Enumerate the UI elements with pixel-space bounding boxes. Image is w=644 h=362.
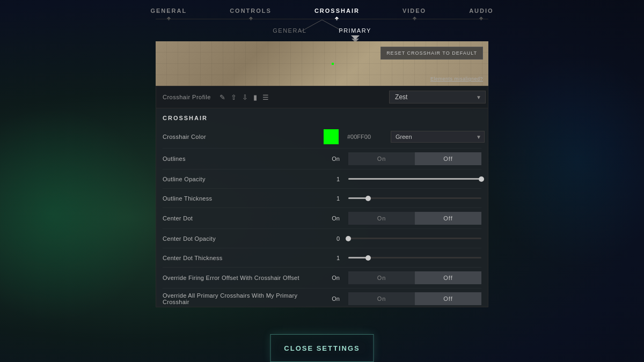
center-dot-opacity-slider[interactable] xyxy=(348,233,481,244)
center-dot-on-label: On xyxy=(324,215,340,221)
center-dot-toggle-group: On Off xyxy=(348,212,481,225)
settings-content: CROSSHAIR Crosshair Color #00FF00 Green … xyxy=(156,108,488,307)
crosshair-preview-dot xyxy=(332,63,334,65)
profile-icon-upload[interactable]: ⇧ xyxy=(231,93,237,101)
outlines-toggle-group: On Off xyxy=(348,152,481,165)
crosshair-section-header: CROSSHAIR xyxy=(163,108,481,125)
firing-error-offset-on-label: On xyxy=(324,275,340,281)
outline-thickness-label: Outline Thickness xyxy=(163,195,324,202)
bg-glow-left xyxy=(0,107,161,322)
override-primary-label: Override All Primary Crosshairs With My … xyxy=(163,292,324,305)
elements-misaligned-link[interactable]: Elements misaligned? xyxy=(430,76,483,82)
close-settings-button[interactable]: CLOSE SETTINGS xyxy=(270,334,374,362)
reset-crosshair-button[interactable]: RESET CROSSHAIR TO DEFAULT xyxy=(380,47,483,60)
override-primary-on-label: On xyxy=(324,295,340,302)
profile-select-wrapper: Zest Default Custom 1 Custom 2 ▼ xyxy=(389,91,481,104)
setting-row-center-dot: Center Dot On On Off xyxy=(163,208,481,229)
setting-row-crosshair-color: Crosshair Color #00FF00 Green Red White … xyxy=(163,125,481,149)
setting-row-center-dot-opacity: Center Dot Opacity 0 xyxy=(163,229,481,248)
outline-thickness-value: 1 xyxy=(324,195,340,202)
nav-item-general[interactable]: GENERAL xyxy=(150,8,187,20)
center-dot-label: Center Dot xyxy=(163,215,324,221)
firing-error-toggle-off[interactable]: Off xyxy=(415,271,481,284)
setting-row-center-dot-thickness: Center Dot Thickness 1 xyxy=(163,248,481,268)
center-dot-thickness-slider[interactable] xyxy=(348,253,481,263)
setting-row-outlines: Outlines On On Off xyxy=(163,149,481,169)
override-primary-controls: On On Off xyxy=(324,292,481,305)
setting-row-outline-thickness: Outline Thickness 1 xyxy=(163,189,481,208)
main-container: RESET CROSSHAIR TO DEFAULT Elements misa… xyxy=(156,41,488,307)
color-hex-display: #00FF00 xyxy=(347,134,382,140)
override-primary-toggle-on[interactable]: On xyxy=(348,292,415,305)
color-select[interactable]: Green Red White Yellow Custom xyxy=(391,131,485,143)
nav-item-controls[interactable]: CONTROLS xyxy=(230,8,272,20)
bg-glow-right xyxy=(483,54,644,268)
settings-panel: Crosshair Profile ✎ ⇧ ⇩ ▮ ☰ Zest Default… xyxy=(156,86,488,307)
outline-opacity-controls: 1 xyxy=(324,174,481,184)
sub-tab-primary[interactable]: PRIMARY xyxy=(323,23,387,38)
outlines-toggle-off[interactable]: Off xyxy=(415,152,481,165)
firing-error-toggle-group: On Off xyxy=(348,271,481,284)
nav-item-audio[interactable]: AUDIO xyxy=(469,8,493,20)
outline-opacity-label: Outline Opacity xyxy=(163,176,324,182)
profile-icon-copy[interactable]: ▮ xyxy=(253,93,257,101)
outlines-label: Outlines xyxy=(163,156,324,162)
override-primary-toggle-off[interactable]: Off xyxy=(415,292,481,305)
nav-item-crosshair[interactable]: CROSSHAIR xyxy=(314,8,360,20)
center-dot-thickness-controls: 1 xyxy=(324,253,481,263)
center-dot-toggle-off[interactable]: Off xyxy=(415,212,481,225)
firing-error-toggle-on[interactable]: On xyxy=(348,271,415,284)
center-dot-opacity-controls: 0 xyxy=(324,233,481,244)
crosshair-color-label: Crosshair Color xyxy=(163,134,324,140)
profile-icon-edit[interactable]: ✎ xyxy=(219,93,225,101)
outlines-controls: On On Off xyxy=(324,152,481,165)
color-select-wrapper: Green Red White Yellow Custom ▼ xyxy=(391,131,481,143)
firing-error-offset-label: Override Firing Error Offset With Crossh… xyxy=(163,275,324,281)
outlines-on-label: On xyxy=(324,156,340,162)
center-dot-opacity-value: 0 xyxy=(324,235,340,242)
preview-area: RESET CROSSHAIR TO DEFAULT Elements misa… xyxy=(156,41,488,86)
nav-item-video[interactable]: VIDEO xyxy=(402,8,426,20)
outline-thickness-controls: 1 xyxy=(324,193,481,204)
profile-select[interactable]: Zest Default Custom 1 Custom 2 xyxy=(389,91,486,104)
outline-opacity-slider[interactable] xyxy=(348,174,481,184)
center-dot-opacity-label: Center Dot Opacity xyxy=(163,235,324,242)
outline-thickness-slider[interactable] xyxy=(348,193,481,204)
center-dot-thickness-value: 1 xyxy=(324,255,340,261)
outline-opacity-value: 1 xyxy=(324,176,340,182)
profile-bar: Crosshair Profile ✎ ⇧ ⇩ ▮ ☰ Zest Default… xyxy=(156,86,488,108)
color-swatch[interactable] xyxy=(324,129,339,144)
profile-icon-list[interactable]: ☰ xyxy=(262,93,269,101)
setting-row-outline-opacity: Outline Opacity 1 xyxy=(163,169,481,189)
setting-row-firing-error-offset: Override Firing Error Offset With Crossh… xyxy=(163,268,481,289)
center-dot-controls: On On Off xyxy=(324,212,481,225)
profile-bar-label: Crosshair Profile xyxy=(163,94,211,100)
center-dot-toggle-on[interactable]: On xyxy=(348,212,415,225)
top-navigation: GENERAL CONTROLS CROSSHAIR VIDEO AUDIO xyxy=(0,0,644,20)
outlines-toggle-on[interactable]: On xyxy=(348,152,415,165)
profile-icons: ✎ ⇧ ⇩ ▮ ☰ xyxy=(219,93,269,101)
profile-icon-download[interactable]: ⇩ xyxy=(242,93,248,101)
crosshair-color-controls: #00FF00 Green Red White Yellow Custom ▼ xyxy=(324,129,481,144)
firing-error-offset-controls: On On Off xyxy=(324,271,481,284)
center-dot-thickness-label: Center Dot Thickness xyxy=(163,255,324,261)
override-primary-toggle-group: On Off xyxy=(348,292,481,305)
setting-row-override-primary: Override All Primary Crosshairs With My … xyxy=(163,289,481,307)
sub-tab-general[interactable]: GENERAL xyxy=(257,23,323,38)
